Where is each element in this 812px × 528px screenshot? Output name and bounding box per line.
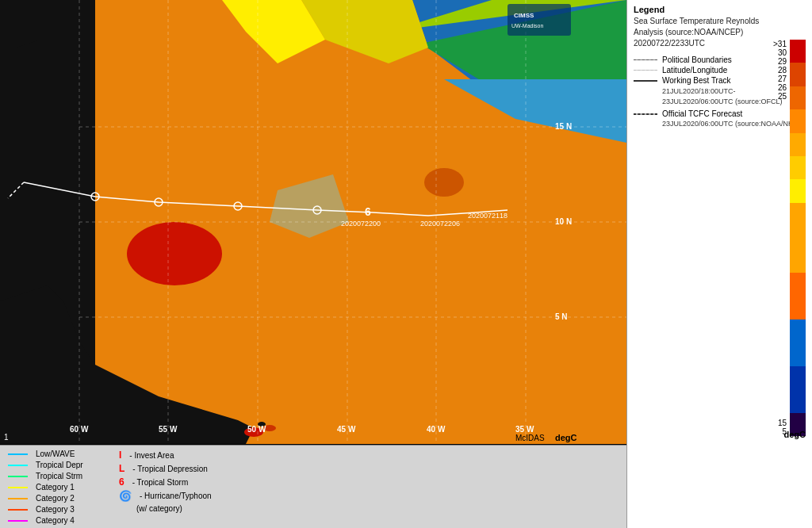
svg-text:55 W: 55 W bbox=[159, 425, 178, 434]
trop-depr-icon: L bbox=[119, 463, 124, 474]
track-tropical-depr-label: Tropical Depr bbox=[36, 461, 83, 469]
degC-label: degC bbox=[555, 433, 577, 442]
track-low-wave: Low/WAVE bbox=[8, 450, 111, 458]
svg-text:UW-Madison: UW-Madison bbox=[511, 23, 543, 29]
bottom-legend: Low/WAVE Tropical Depr Tropical Strm Cat… bbox=[0, 445, 626, 528]
svg-text:1: 1 bbox=[4, 433, 9, 442]
svg-text:35 W: 35 W bbox=[515, 425, 534, 434]
sst-label-31: >31 bbox=[773, 40, 787, 48]
legend-subtitle2: Analysis (source:NOAA/NCEP) bbox=[634, 27, 806, 38]
svg-point-9 bbox=[424, 168, 464, 197]
svg-text:15 N: 15 N bbox=[555, 122, 572, 131]
svg-text:50 W: 50 W bbox=[247, 425, 266, 434]
map-svg: 6 2020072200 2020072206 2020072118 15 N … bbox=[0, 0, 626, 444]
tropical-depression-item: L - Tropical Depression bbox=[119, 463, 278, 474]
track-cat4-label: Category 4 bbox=[36, 516, 75, 525]
track-cat1: Category 1 bbox=[8, 483, 111, 492]
tropical-storm-item: 6 - Tropical Storm bbox=[119, 476, 278, 488]
sst-label-28: 28 bbox=[773, 66, 787, 75]
tropical-storm-label: - Tropical Storm bbox=[132, 478, 189, 487]
hurricane-category-label: (w/ category) bbox=[136, 504, 182, 513]
svg-text:2020072118: 2020072118 bbox=[468, 212, 508, 220]
svg-text:40 W: 40 W bbox=[427, 425, 446, 434]
hurricane-item: 🌀 - Hurricane/Typhoon bbox=[119, 490, 278, 502]
track-low-wave-label: Low/WAVE bbox=[36, 450, 75, 458]
lat-lon-label: Latitude/Longitude bbox=[662, 66, 727, 75]
track-cat2: Category 2 bbox=[8, 494, 111, 503]
degC-legend-label: degC bbox=[784, 430, 806, 439]
official-tcfc-label: Official TCFC Forecast bbox=[662, 109, 742, 118]
track-cat3: Category 3 bbox=[8, 505, 111, 514]
sst-label-25: 25 bbox=[773, 92, 787, 101]
sst-label-27: 27 bbox=[773, 75, 787, 83]
invest-area-label: - Invest Area bbox=[129, 451, 174, 460]
track-tropical-depr: Tropical Depr bbox=[8, 461, 111, 469]
sst-label-26: 26 bbox=[773, 83, 787, 92]
hurricane-icon: 🌀 bbox=[119, 490, 132, 502]
svg-text:10 N: 10 N bbox=[555, 217, 572, 226]
track-cat2-label: Category 2 bbox=[36, 494, 75, 503]
track-tropical-strm: Tropical Strm bbox=[8, 472, 111, 480]
svg-point-8 bbox=[127, 222, 222, 285]
trop-storm-icon: 6 bbox=[119, 476, 124, 488]
sst-label-15: 15 bbox=[773, 419, 787, 427]
svg-text:2020072200: 2020072200 bbox=[341, 220, 381, 228]
legend-title: Legend bbox=[634, 5, 806, 14]
legend-panel: Legend Sea Surface Temperature Reynolds … bbox=[626, 0, 812, 528]
storm-symbol-legend: I - Invest Area L - Tropical Depression … bbox=[119, 450, 278, 513]
track-type-legend: Low/WAVE Tropical Depr Tropical Strm Cat… bbox=[8, 450, 111, 528]
sst-label-30: 30 bbox=[773, 48, 787, 57]
tropical-depression-label: - Tropical Depression bbox=[132, 465, 207, 473]
svg-rect-40 bbox=[508, 4, 571, 36]
svg-text:5 N: 5 N bbox=[555, 312, 568, 321]
invest-area-item: I - Invest Area bbox=[119, 450, 278, 461]
hurricane-label: - Hurricane/Typhoon bbox=[140, 492, 212, 500]
sst-labels: >31 30 29 28 27 26 25 15 5 bbox=[773, 40, 787, 436]
track-tropical-strm-label: Tropical Strm bbox=[36, 472, 82, 480]
working-best-track-label: Working Best Track bbox=[662, 76, 731, 85]
svg-text:60 W: 60 W bbox=[70, 425, 89, 434]
svg-text:6: 6 bbox=[365, 205, 371, 218]
svg-text:2020072206: 2020072206 bbox=[420, 220, 460, 228]
sst-colorbar bbox=[790, 40, 806, 436]
track-cat3-label: Category 3 bbox=[36, 505, 75, 514]
track-cat4: Category 4 bbox=[8, 516, 111, 525]
track-cat1-label: Category 1 bbox=[36, 483, 75, 492]
hurricane-category-item: (w/ category) bbox=[136, 504, 278, 513]
legend-subtitle1: Sea Surface Temperature Reynolds bbox=[634, 16, 806, 27]
sst-label-29: 29 bbox=[773, 57, 787, 66]
svg-text:45 W: 45 W bbox=[337, 425, 356, 434]
mcidas-label: McIDAS bbox=[515, 434, 545, 442]
invest-icon: I bbox=[119, 450, 121, 461]
political-boundaries-label: Political Boundaries bbox=[662, 55, 732, 64]
svg-text:CIMSS: CIMSS bbox=[514, 12, 534, 19]
